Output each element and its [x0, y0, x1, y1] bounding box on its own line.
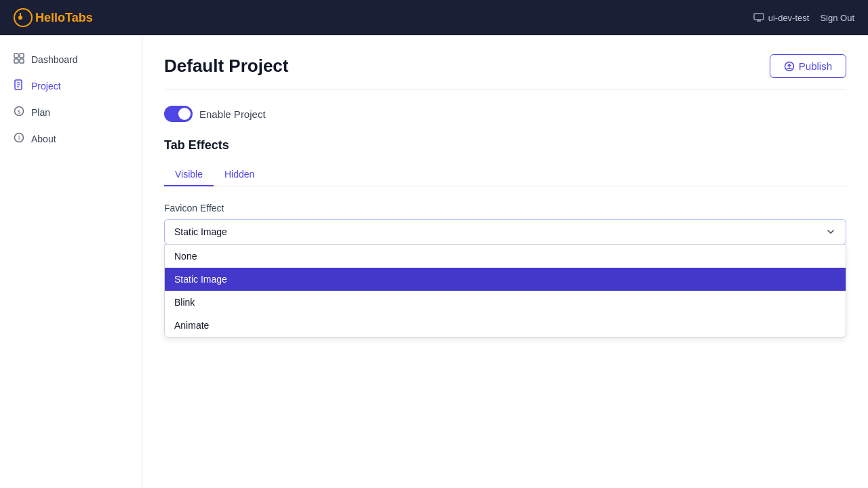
sidebar-label-plan: Plan	[31, 107, 50, 118]
section-title: Tab Effects	[164, 138, 846, 152]
svg-point-0	[14, 9, 32, 26]
monitor-icon	[753, 12, 764, 23]
logo-text: HelloTabs	[35, 11, 93, 25]
sign-out-button[interactable]: Sign Out	[820, 13, 854, 23]
svg-rect-8	[14, 59, 18, 63]
option-animate[interactable]: Animate	[165, 314, 846, 337]
tab-hidden[interactable]: Hidden	[214, 163, 265, 186]
favicon-effect-selected-value: Static Image	[174, 226, 227, 237]
page-header: Default Project Publish	[164, 54, 846, 89]
option-none[interactable]: None	[165, 245, 846, 268]
logo-tabs: Tabs	[65, 11, 93, 24]
logo: HelloTabs	[14, 8, 93, 27]
svg-rect-3	[754, 14, 764, 20]
favicon-effect-label: Favicon Effect	[164, 203, 846, 214]
dropdown-list: None Static Image Blink Animate	[164, 244, 846, 338]
option-static-image[interactable]: Static Image	[165, 268, 846, 291]
sidebar: Dashboard Project $ Plan i About	[0, 35, 142, 488]
svg-rect-6	[14, 54, 18, 58]
enable-row: Enable Project	[164, 106, 846, 122]
favicon-effect-select[interactable]: Static Image	[164, 219, 846, 245]
sidebar-item-dashboard[interactable]: Dashboard	[0, 46, 142, 73]
chevron-down-icon	[825, 226, 836, 237]
tabs-row: Visible Hidden	[164, 163, 846, 186]
page-title: Default Project	[164, 56, 289, 77]
svg-rect-7	[20, 54, 24, 58]
svg-rect-9	[20, 59, 24, 63]
project-icon	[14, 79, 24, 92]
sidebar-item-about[interactable]: i About	[0, 125, 142, 152]
logo-hello: Hello	[35, 11, 65, 24]
sidebar-item-project[interactable]: Project	[0, 73, 142, 99]
publish-label: Publish	[799, 60, 832, 72]
enable-label: Enable Project	[199, 108, 266, 120]
dashboard-icon	[14, 53, 24, 66]
plan-icon: $	[14, 106, 24, 119]
logo-icon	[14, 8, 33, 27]
nav-right: ui-dev-test Sign Out	[753, 12, 854, 23]
nav-user: ui-dev-test	[753, 12, 810, 23]
favicon-effect-select-wrapper: Static Image None Static Image Blink Ani…	[164, 219, 846, 245]
about-icon: i	[14, 132, 24, 145]
svg-point-1	[18, 16, 22, 20]
publish-button[interactable]: Publish	[770, 54, 846, 78]
sidebar-label-dashboard: Dashboard	[31, 54, 78, 65]
enable-toggle[interactable]	[164, 106, 193, 122]
layout: Dashboard Project $ Plan i About Default…	[0, 35, 868, 488]
option-blink[interactable]: Blink	[165, 291, 846, 314]
topnav: HelloTabs ui-dev-test Sign Out	[0, 0, 868, 35]
tab-visible[interactable]: Visible	[164, 163, 214, 186]
sidebar-label-project: Project	[31, 81, 61, 92]
svg-text:$: $	[18, 108, 21, 115]
sidebar-item-plan[interactable]: $ Plan	[0, 99, 142, 125]
main-content: Default Project Publish Enable Project T…	[142, 35, 868, 488]
svg-text:i: i	[18, 134, 20, 142]
publish-icon	[784, 61, 795, 72]
sidebar-label-about: About	[31, 134, 56, 144]
username: ui-dev-test	[768, 13, 810, 23]
